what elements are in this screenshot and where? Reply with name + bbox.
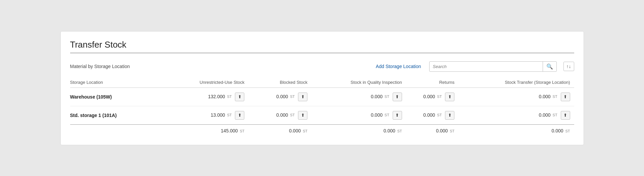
upload-icon: ⬆ (395, 113, 399, 118)
upload-icon: ⬆ (563, 113, 567, 118)
transfer-stock-btn-0[interactable]: ⬆ (561, 93, 570, 101)
footer-quality: 0.000 ST (311, 124, 406, 135)
search-button[interactable]: 🔍 (543, 62, 556, 71)
transfer-quality-btn-0[interactable]: ⬆ (393, 93, 402, 101)
col-header-transfer: Stock Transfer (Storage Location) (458, 77, 574, 88)
blocked-cell-0: 0.000 ST ⬆ (248, 87, 311, 106)
col-header-quality: Stock in Quality Inspection (311, 77, 406, 88)
page-title: Transfer Stock (70, 40, 574, 53)
upload-icon: ⬆ (301, 113, 305, 118)
table-footer-row: 145.000 ST 0.000 ST 0.000 ST 0.000 ST 0.… (70, 124, 574, 135)
main-card: Transfer Stock Material by Storage Locat… (60, 31, 584, 145)
transfer-cell-0: 0.000 ST ⬆ (458, 87, 574, 106)
table-row: Warehouse (105W) 132.000 ST ⬆ 0.000 ST ⬆ (70, 87, 574, 106)
table-row: Std. storage 1 (101A) 13.000 ST ⬆ 0.000 … (70, 106, 574, 124)
transfer-returns-btn-0[interactable]: ⬆ (445, 93, 454, 101)
upload-icon: ⬆ (448, 113, 452, 118)
footer-returns: 0.000 ST (406, 124, 458, 135)
search-icon: 🔍 (546, 63, 553, 70)
storage-location-cell: Std. storage 1 (101A) (70, 106, 165, 124)
toolbar: Material by Storage Location Add Storage… (70, 61, 574, 72)
footer-label-cell (70, 124, 165, 135)
returns-cell-1: 0.000 ST ⬆ (406, 106, 458, 124)
sort-button[interactable]: ↑↓ (563, 62, 574, 71)
transfer-cell-1: 0.000 ST ⬆ (458, 106, 574, 124)
blocked-cell-1: 0.000 ST ⬆ (248, 106, 311, 124)
transfer-stock-btn-1[interactable]: ⬆ (561, 111, 570, 120)
quality-cell-0: 0.000 ST ⬆ (311, 87, 406, 106)
search-wrapper: 🔍 (429, 61, 557, 72)
transfer-blocked-btn-0[interactable]: ⬆ (298, 93, 307, 101)
unrestricted-cell-1: 13.000 ST ⬆ (164, 106, 248, 124)
upload-icon: ⬆ (238, 94, 242, 99)
col-header-unrestricted: Unrestricted-Use Stock (164, 77, 248, 88)
transfer-returns-btn-1[interactable]: ⬆ (445, 111, 454, 120)
storage-location-cell: Warehouse (105W) (70, 87, 165, 106)
upload-icon: ⬆ (395, 94, 399, 99)
upload-icon: ⬆ (448, 94, 452, 99)
upload-icon: ⬆ (238, 113, 242, 118)
col-header-returns: Returns (406, 77, 458, 88)
transfer-unrestricted-btn-1[interactable]: ⬆ (235, 111, 244, 120)
col-header-storage-location: Storage Location (70, 77, 165, 88)
transfer-quality-btn-1[interactable]: ⬆ (393, 111, 402, 120)
quality-cell-1: 0.000 ST ⬆ (311, 106, 406, 124)
upload-icon: ⬆ (563, 94, 567, 99)
footer-transfer: 0.000 ST (458, 124, 574, 135)
add-storage-button[interactable]: Add Storage Location (373, 62, 424, 70)
footer-blocked: 0.000 ST (248, 124, 311, 135)
returns-cell-0: 0.000 ST ⬆ (406, 87, 458, 106)
section-label: Material by Storage Location (70, 64, 130, 69)
unrestricted-cell-0: 132.000 ST ⬆ (164, 87, 248, 106)
search-input[interactable] (430, 62, 543, 71)
col-header-blocked: Blocked Stock (248, 77, 311, 88)
upload-icon: ⬆ (301, 94, 305, 99)
transfer-blocked-btn-1[interactable]: ⬆ (298, 111, 307, 120)
table-header-row: Storage Location Unrestricted-Use Stock … (70, 77, 574, 88)
storage-table: Storage Location Unrestricted-Use Stock … (70, 77, 574, 135)
footer-unrestricted: 145.000 ST (164, 124, 248, 135)
transfer-unrestricted-btn-0[interactable]: ⬆ (235, 93, 244, 101)
